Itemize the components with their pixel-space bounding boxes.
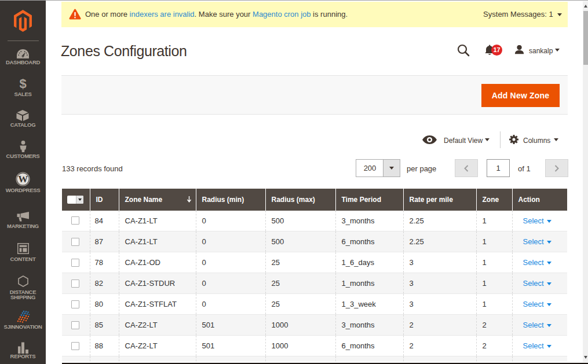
- svg-text:W: W: [18, 174, 28, 185]
